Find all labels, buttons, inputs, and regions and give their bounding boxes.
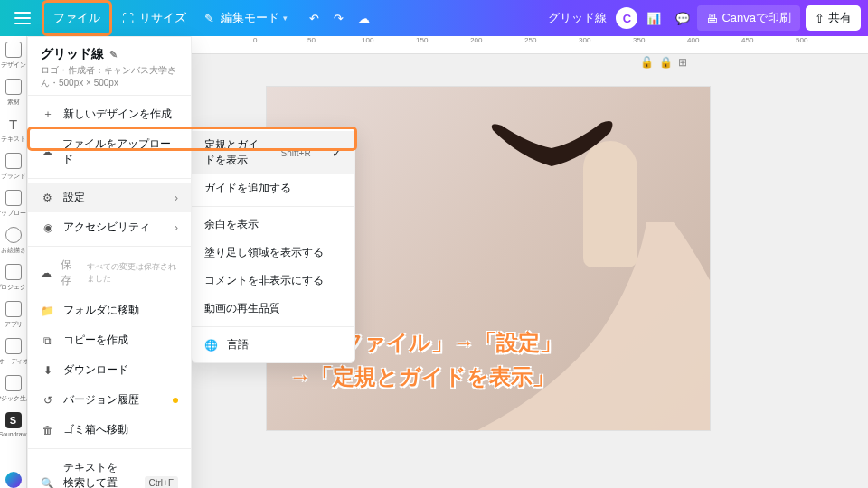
file-menu-label: ファイル [53,10,100,26]
print-button[interactable]: 🖶Canvaで印刷 [697,5,800,31]
notification-dot-icon [173,398,178,403]
insights-button[interactable]: 📊 [639,6,668,31]
history-icon: ↺ [41,393,54,407]
submenu-rulers-guides[interactable]: 定規とガイドを表示Shift+R ✓ [192,131,354,174]
file-menu-button[interactable]: ファイル [46,5,108,32]
file-menu-meta: ロゴ・作成者：キャンバス大学さん・500px × 500px [41,64,178,89]
menu-version[interactable]: ↺バージョン履歴 [28,385,191,415]
menu-move-folder[interactable]: 📁フォルダに移動 [28,296,191,325]
chevron-right-icon: › [175,221,178,234]
file-menu-highlight: ファイル [42,0,112,36]
chevron-down-icon: ▾ [283,14,288,23]
submenu-language[interactable]: 🌐言語 [192,331,354,359]
submenu-playback[interactable]: 動画の再生品質 [192,295,354,323]
grid-icon: ⊞ [678,56,687,69]
trash-icon: 🗑 [41,423,54,436]
unlock-icon: 🔓 [640,56,654,69]
undo-button[interactable]: ↶ [302,6,326,31]
rail-text[interactable]: Tテキスト [0,116,28,144]
upload-icon: ☁ [41,145,53,159]
menu-settings[interactable]: ⚙設定› [28,183,191,212]
redo-button[interactable]: ↷ [326,6,351,31]
search-icon: 🔍 [41,476,54,488]
globe-icon: 🌐 [204,339,218,352]
menu-accessibility[interactable]: ◉アクセシビリティ› [28,212,191,242]
file-dropdown-menu: グリッド線✎ ロゴ・作成者：キャンバス大学さん・500px × 500px ＋新… [27,36,192,488]
edit-mode-button[interactable]: ✎編集モード▾ [193,5,295,32]
redo-icon: ↷ [334,12,344,25]
rail-soundraw[interactable]: SSoundraw [0,412,30,438]
gear-icon: ⚙ [41,191,54,204]
accessibility-icon: ◉ [41,221,54,234]
folder-icon: 📁 [41,304,54,317]
comments-button[interactable]: 💬 [668,6,697,31]
plus-icon: ＋ [41,108,54,121]
share-button[interactable]: ⇧共有 [806,5,861,31]
chevron-right-icon: › [175,191,178,204]
rail-draw[interactable]: お絵描き [0,227,28,255]
rail-magic-button[interactable] [5,472,22,488]
rail-brand[interactable]: ブランド [0,153,28,181]
pencil-icon: ✎ [201,10,217,26]
download-icon: ⬇ [41,363,54,377]
hamburger-menu[interactable] [7,6,38,30]
submenu-margins[interactable]: 余白を表示 [192,211,354,239]
file-menu-title: グリッド線✎ [41,46,178,62]
lock-icon: 🔒 [659,56,673,69]
submenu-bleed[interactable]: 塗り足し領域を表示する [192,239,354,267]
share-icon: ⇧ [815,12,825,25]
menu-copy[interactable]: ⧉コピーを作成 [28,325,191,355]
menu-new-design[interactable]: ＋新しいデザインを作成 [28,99,191,129]
submenu-add-guide[interactable]: ガイドを追加する [192,174,354,202]
menu-save: ☁保存すべての変更は保存されました [28,250,191,296]
left-rail: デザイン 素材 Tテキスト ブランド アップロード お絵描き プロジェクト アプ… [0,36,27,488]
canvas-lock-controls[interactable]: 🔓🔒⊞ [640,56,687,69]
rail-design[interactable]: デザイン [0,42,28,70]
menu-upload[interactable]: ☁ファイルをアップロード [28,129,191,174]
cloud-save-icon: ☁ [41,267,52,280]
menu-trash[interactable]: 🗑ゴミ箱へ移動 [28,415,191,445]
undo-icon: ↶ [309,12,319,25]
resize-button[interactable]: ⛶リサイズ [112,5,193,32]
top-toolbar: ファイル ⛶リサイズ ✎編集モード▾ ↶ ↷ ☁ グリッド線 C 📊 💬 🖶Ca… [0,0,868,36]
submenu-hide-comments[interactable]: コメントを非表示にする [192,267,354,295]
comment-icon: 💬 [675,12,690,25]
resize-icon: ⛶ [119,10,136,26]
copy-icon: ⧉ [41,333,54,347]
rail-apps[interactable]: アプリ [3,301,24,329]
user-avatar[interactable]: C [616,7,637,29]
edit-title-icon[interactable]: ✎ [109,49,118,61]
menu-download[interactable]: ⬇ダウンロード [28,355,191,385]
cloud-icon: ☁ [358,12,370,25]
chart-icon: 📊 [646,12,661,25]
menu-find-replace[interactable]: 🔍テキストを検索して置き換えるCtrl+F [28,453,191,488]
rail-elements[interactable]: 素材 [5,79,22,107]
document-name[interactable]: グリッド線 [541,5,614,32]
settings-submenu: 定規とガイドを表示Shift+R ✓ ガイドを追加する 余白を表示 塗り足し領域… [191,127,355,363]
checkmark-icon: ✓ [332,146,342,160]
printer-icon: 🖶 [706,12,718,25]
cloud-sync-button[interactable]: ☁ [351,6,377,31]
